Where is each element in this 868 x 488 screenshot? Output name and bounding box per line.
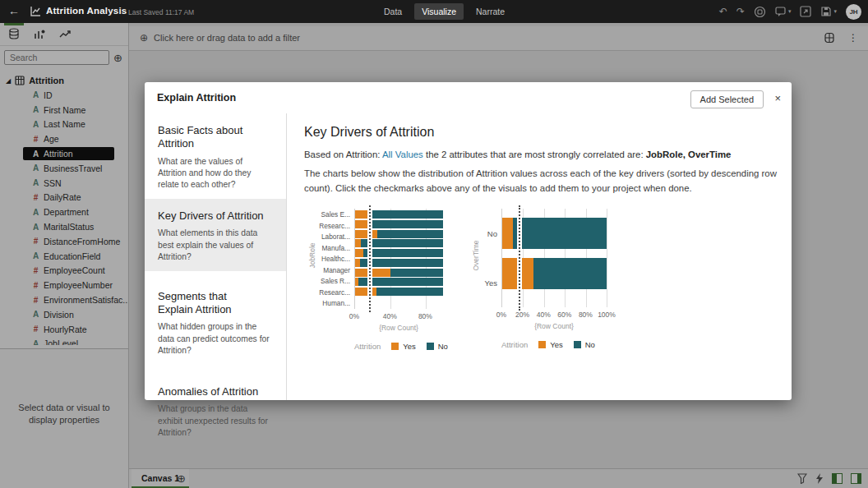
reference-line	[517, 205, 522, 311]
redo-icon[interactable]: ↷	[736, 6, 745, 17]
legend-item-yes[interactable]: Yes	[391, 342, 416, 351]
bar-segment-no[interactable]	[361, 239, 443, 247]
category-label: Laborat...	[316, 231, 354, 242]
menu-item-anomalies[interactable]: Anomalies of Attrition What groups in th…	[145, 375, 286, 447]
refresh-data-icon[interactable]	[754, 6, 766, 18]
bar-segment-yes[interactable]	[355, 230, 377, 238]
present-icon[interactable]	[800, 6, 811, 17]
jobrole-chart[interactable]: JobRole Sales E...Researc...Laborat...Ma…	[304, 209, 443, 351]
category-label: Yes	[480, 258, 501, 307]
legend-swatch-no	[574, 341, 581, 348]
y-axis-title: OverTime	[472, 231, 480, 280]
overtime-chart[interactable]: OverTime NoYes 0%20%40%60%80%100% {Row C…	[468, 209, 607, 351]
explain-dialog: Explain Attrition Add Selected × Basic F…	[145, 82, 792, 400]
comments-dropdown-icon[interactable]: ▾	[775, 7, 792, 17]
legend-swatch-yes	[391, 343, 399, 350]
bar-segment-yes[interactable]	[355, 239, 361, 247]
x-tick: 40%	[383, 312, 397, 320]
user-avatar[interactable]: JH	[846, 4, 861, 20]
explanation-text: The charts below show the distribution o…	[304, 167, 779, 196]
bar-segment-yes[interactable]	[502, 218, 513, 249]
menu-item-segments[interactable]: Segments that Explain Attrition What hid…	[145, 279, 286, 365]
x-tick: 80%	[418, 312, 432, 320]
app-window: ← Attrition Analysis Last Saved 11:17 AM…	[0, 0, 868, 488]
legend-swatch-yes	[538, 341, 546, 348]
gridline	[607, 209, 607, 307]
bar-segment-no[interactable]	[369, 210, 443, 219]
legend-item-yes[interactable]: Yes	[538, 340, 563, 349]
category-label: Healthc...	[316, 253, 354, 265]
legend-swatch-no	[427, 343, 434, 350]
y-axis-title: JobRole	[308, 231, 316, 280]
top-bar: ← Attrition Analysis Last Saved 11:17 AM…	[0, 0, 868, 23]
x-tick: 40%	[537, 311, 551, 319]
bar-segment-no[interactable]	[533, 258, 607, 289]
category-label: No	[480, 209, 501, 258]
x-axis-title: {Row Count}	[501, 322, 607, 330]
undo-icon[interactable]: ↶	[719, 6, 727, 17]
bar-segment-yes[interactable]	[355, 269, 390, 277]
category-label: Sales R...	[316, 275, 354, 287]
reference-line	[367, 205, 372, 312]
bar-segment-yes[interactable]	[355, 249, 363, 257]
bar-segment-no[interactable]	[376, 288, 443, 296]
category-label: Human...	[316, 297, 354, 309]
content-title: Key Drivers of Attrition	[304, 125, 775, 140]
legend: Attrition YesNo	[501, 340, 607, 349]
mode-tabs: Data Visualize Narrate	[376, 0, 512, 23]
add-selected-button[interactable]: Add Selected	[690, 90, 764, 108]
x-tick: 0%	[496, 311, 506, 319]
x-tick: 20%	[515, 311, 529, 319]
x-tick: 60%	[557, 311, 571, 319]
category-label: Manufa...	[316, 242, 354, 254]
legend-label: Yes	[550, 340, 563, 349]
category-label: Sales E...	[316, 209, 354, 220]
x-axis-title: {Row Count}	[354, 324, 443, 332]
category-label: Researc...	[316, 287, 354, 298]
bar-segment-no[interactable]	[360, 259, 443, 267]
tab-visualize[interactable]: Visualize	[414, 3, 464, 20]
x-tick: 80%	[579, 311, 593, 319]
menu-item-basic-facts[interactable]: Basic Facts about Attrition What are the…	[145, 113, 286, 199]
category-label: Manager	[316, 265, 354, 276]
all-values-link[interactable]: All Values	[382, 150, 423, 159]
bar-segment-yes[interactable]	[355, 288, 376, 296]
workbook-title: Attrition Analysis	[46, 6, 127, 16]
explain-menu: Basic Facts about Attrition What are the…	[145, 113, 287, 400]
workbook-chart-icon	[30, 6, 41, 21]
bar-segment-no[interactable]	[390, 269, 443, 277]
legend: Attrition YesNo	[354, 342, 443, 351]
legend-item-no[interactable]: No	[574, 340, 595, 349]
bar-segment-no[interactable]	[369, 220, 443, 228]
legend-item-no[interactable]: No	[427, 342, 448, 351]
explain-content: Key Drivers of Attrition Based on Attrit…	[287, 113, 792, 400]
bar-segment-no[interactable]	[377, 230, 443, 238]
tab-narrate[interactable]: Narrate	[469, 3, 512, 20]
legend-label: No	[585, 340, 595, 349]
bar-segment-no[interactable]	[513, 218, 607, 249]
menu-item-key-drivers[interactable]: Key Drivers of Attrition What elements i…	[145, 199, 286, 271]
x-tick: 0%	[349, 312, 359, 320]
close-icon[interactable]: ×	[774, 92, 781, 104]
last-saved-label: Last Saved 11:17 AM	[128, 8, 194, 16]
back-icon[interactable]: ←	[8, 4, 20, 17]
legend-label: No	[438, 342, 448, 351]
dialog-title: Explain Attrition	[157, 92, 236, 104]
correlation-summary: Based on Attrition: All Values the 2 att…	[304, 150, 775, 159]
legend-label: Yes	[403, 342, 416, 351]
bar-segment-no[interactable]	[363, 249, 443, 257]
tab-data[interactable]: Data	[376, 3, 409, 20]
x-tick: 100%	[598, 311, 616, 319]
category-label: Researc...	[316, 220, 354, 232]
save-dropdown-icon[interactable]: ▾	[820, 6, 837, 17]
